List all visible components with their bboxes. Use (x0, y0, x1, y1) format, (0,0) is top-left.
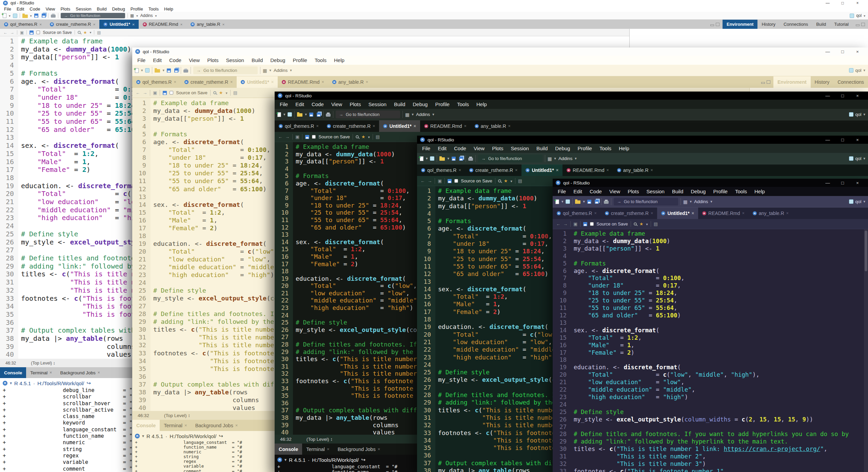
pane-layout-icon[interactable]: ▦ (263, 68, 267, 73)
menu-file[interactable]: File (276, 101, 292, 107)
save-icon[interactable] (583, 222, 587, 226)
project-button[interactable]: qol ▾ (849, 68, 865, 73)
close-icon[interactable]: × (378, 447, 380, 452)
tab-any-table-r[interactable]: Rany_table.R× (613, 164, 657, 176)
pane-layout-icon[interactable]: ▦ (548, 156, 552, 161)
forward-icon[interactable]: → (285, 134, 290, 139)
maximize-pane-icon[interactable] (767, 80, 770, 84)
close-icon[interactable]: × (235, 423, 238, 428)
tab-environment[interactable]: Environment (773, 76, 811, 88)
back-icon[interactable]: ← (420, 178, 425, 183)
tab-console[interactable]: Console (132, 420, 160, 431)
tab-background-jobs[interactable]: Background Jobs × (191, 420, 242, 431)
new-file-icon[interactable] (277, 112, 281, 117)
tab-terminal[interactable]: Terminal × (302, 444, 333, 455)
menu-help[interactable]: Help (330, 57, 348, 63)
new-project-icon[interactable] (288, 112, 292, 117)
minimize-button[interactable]: — (820, 93, 835, 98)
maximize-pane-icon[interactable] (716, 23, 719, 26)
close-icon[interactable]: × (222, 22, 225, 26)
close-icon[interactable]: × (184, 423, 187, 428)
source-on-save-checkbox[interactable] (454, 179, 458, 183)
search-icon[interactable] (356, 135, 359, 138)
close-icon[interactable]: × (50, 370, 52, 375)
menu-profile[interactable]: Profile (431, 101, 453, 107)
tab-qol-themes-r[interactable]: Rqol_themes.R× (132, 76, 180, 88)
scrollbar-thumb[interactable] (865, 231, 867, 271)
print-icon[interactable] (51, 15, 56, 18)
goto-file-function-input[interactable]: → Go to file/function (193, 66, 258, 75)
tab-any-table-r[interactable]: Rany_table.R× (328, 76, 372, 88)
save-all-icon[interactable] (317, 113, 321, 117)
goto-file-function-input[interactable]: → Go to file/function (478, 155, 542, 163)
goto-file-function-input[interactable]: → Go to file/function (61, 13, 125, 18)
popout-icon[interactable]: ▣ (573, 221, 577, 227)
open-file-icon[interactable] (155, 69, 160, 73)
menu-help[interactable]: Help (615, 145, 633, 151)
menu-debug[interactable]: Debug (409, 101, 431, 107)
new-project-icon[interactable] (13, 14, 17, 18)
forward-icon[interactable]: → (10, 30, 14, 35)
chevron-down-icon[interactable]: ▾ (305, 112, 307, 117)
save-all-icon[interactable] (174, 68, 178, 73)
source-on-save-checkbox[interactable] (312, 135, 316, 139)
goto-file-function-input[interactable]: → Go to file/function (614, 198, 678, 206)
minimize-pane-icon[interactable] (761, 82, 765, 84)
tab-create-rstheme-r[interactable]: Rcreate_rstheme.R× (46, 20, 99, 29)
close-icon[interactable]: × (180, 22, 182, 26)
tab-background-jobs[interactable]: Background Jobs × (56, 367, 104, 378)
tab-create-rstheme-r[interactable]: Rcreate_rstheme.R× (323, 120, 379, 132)
save-all-icon[interactable] (459, 157, 463, 161)
search-icon[interactable] (213, 91, 216, 94)
new-project-icon[interactable] (566, 199, 570, 204)
open-wd-icon[interactable]: ↪ (86, 380, 91, 386)
menu-code[interactable]: Code (27, 6, 43, 12)
chevron-down-icon[interactable]: ▾ (225, 91, 227, 95)
chevron-down-icon[interactable]: ▾ (646, 222, 648, 226)
close-icon[interactable]: × (594, 211, 596, 216)
chevron-down-icon[interactable]: ▾ (90, 31, 92, 34)
maximize-button[interactable]: □ (835, 180, 850, 185)
scope-indicator[interactable]: (Top Level) ↕ (164, 413, 190, 418)
menu-file[interactable]: File (1, 6, 14, 12)
tab-untitled1-[interactable]: RUntitled1*× (99, 20, 139, 29)
close-icon[interactable]: × (93, 22, 95, 26)
tab-qol-themes-r[interactable]: Rqol_themes.R× (275, 120, 323, 132)
chevron-down-icon[interactable]: ▾ (690, 199, 692, 204)
goto-file-function-input[interactable]: → Go to file/function (336, 111, 400, 119)
new-project-icon[interactable] (430, 156, 434, 161)
tab-history[interactable]: History (811, 76, 834, 88)
menu-view[interactable]: View (185, 57, 203, 63)
close-icon[interactable]: × (321, 80, 324, 84)
source-on-save-checkbox[interactable] (36, 31, 40, 34)
close-icon[interactable]: × (327, 447, 330, 452)
scope-indicator[interactable]: (Top Level) ↕ (31, 361, 55, 366)
tab-history[interactable]: History (757, 20, 779, 29)
menu-session[interactable]: Session (507, 145, 533, 151)
tab-create-rstheme-r[interactable]: Rcreate_rstheme.R× (180, 76, 237, 88)
chevron-down-icon[interactable]: ▾ (510, 179, 512, 183)
chevron-down-icon[interactable]: ▾ (426, 156, 428, 161)
menu-build[interactable]: Build (533, 145, 551, 151)
menu-plots[interactable]: Plots (203, 57, 222, 63)
menu-view[interactable]: View (606, 189, 624, 194)
tab-create-rstheme-r[interactable]: Rcreate_rstheme.R× (601, 208, 657, 219)
menu-view[interactable]: View (328, 101, 346, 107)
new-project-icon[interactable] (145, 68, 150, 73)
menu-edit[interactable]: Edit (149, 57, 165, 63)
menu-profile[interactable]: Profile (128, 6, 146, 12)
back-icon[interactable]: ← (3, 30, 7, 35)
close-icon[interactable]: × (742, 211, 744, 216)
tab-any-table-r[interactable]: Rany_table.R× (471, 120, 515, 132)
minimize-button[interactable]: — (820, 1, 835, 5)
open-wd-icon[interactable]: ↪ (361, 457, 366, 463)
addins-button[interactable]: Addins (558, 156, 572, 161)
close-icon[interactable]: × (464, 124, 466, 129)
back-icon[interactable]: ← (556, 221, 560, 227)
compile-report-icon[interactable]: ▤ (376, 134, 380, 139)
project-button[interactable]: qol ▾ (850, 13, 865, 18)
editor-scrollbar[interactable] (864, 229, 868, 472)
tab-create-rstheme-r[interactable]: Rcreate_rstheme.R× (465, 164, 522, 176)
working-directory[interactable]: H:/Tools/R/Work/qol/ (312, 457, 359, 463)
menu-edit[interactable]: Edit (434, 145, 450, 151)
